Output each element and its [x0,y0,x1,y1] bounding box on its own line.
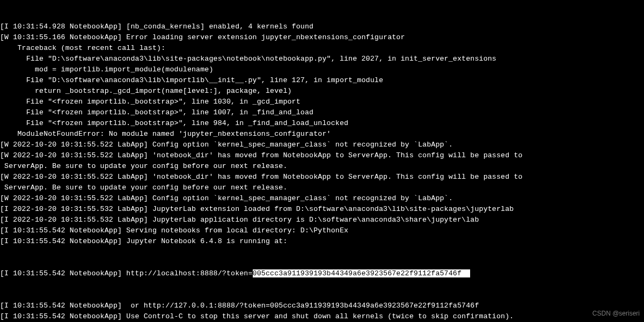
terminal-line[interactable]: Traceback (most recent call last): [0,43,644,54]
terminal-line[interactable]: [I 10:31:55.542 NotebookApp] Serving not… [0,225,644,236]
terminal-line[interactable]: [W 2022-10-20 10:31:55.522 LabApp] 'note… [0,150,644,161]
terminal-line[interactable]: [W 2022-10-20 10:31:55.522 LabApp] 'note… [0,172,644,182]
terminal-line[interactable]: [I 2022-10-20 10:31:55.532 LabApp] Jupyt… [0,215,644,225]
token-line-prefix: [I 10:31:55.542 NotebookApp] http://loca… [0,269,253,277]
terminal-line[interactable]: ServerApp. Be sure to update your config… [0,161,644,172]
terminal-line[interactable]: return _bootstrap._gcd_import(name[level… [0,86,644,97]
terminal-line[interactable]: File "D:\software\anaconda3\lib\importli… [0,75,644,86]
terminal-line[interactable]: File "<frozen importlib._bootstrap>", li… [0,118,644,129]
terminal-line[interactable]: [W 10:31:55.166 NotebookApp] Error loadi… [0,32,644,43]
terminal-line[interactable]: [W 2022-10-20 10:31:55.522 LabApp] Confi… [0,140,644,150]
terminal-line[interactable]: [I 2022-10-20 10:31:55.532 LabApp] Jupyt… [0,204,644,215]
terminal-line[interactable]: [W 2022-10-20 10:31:55.522 LabApp] Confi… [0,193,644,204]
terminal-line[interactable]: File "<frozen importlib._bootstrap>", li… [0,97,644,107]
terminal-line[interactable]: File "D:\software\anaconda3\lib\site-pac… [0,54,644,64]
terminal-output[interactable]: [I 10:31:54.928 NotebookApp] [nb_conda_k… [0,0,644,322]
terminal-line[interactable]: ServerApp. Be sure to update your config… [0,182,644,193]
terminal-line[interactable]: ModuleNotFoundError: No module named 'ju… [0,129,644,140]
terminal-token-line[interactable]: [I 10:31:55.542 NotebookApp] http://loca… [0,268,644,279]
terminal-line[interactable]: [I 10:31:55.542 NotebookApp] Jupyter Not… [0,236,644,247]
terminal-line[interactable]: mod = importlib.import_module(modulename… [0,64,644,75]
token-selection[interactable]: 005ccc3a911939193b44349a6e3923567e22f911… [253,269,471,277]
terminal-line[interactable]: [I 10:31:54.928 NotebookApp] [nb_conda_k… [0,21,644,32]
terminal-line[interactable]: File "<frozen importlib._bootstrap>", li… [0,107,644,118]
terminal-line[interactable]: [I 10:31:55.542 NotebookApp] Use Control… [0,311,644,322]
watermark-text: CSDN @seriseri [592,308,640,319]
terminal-line[interactable]: [I 10:31:55.542 NotebookApp] or http://1… [0,301,644,311]
